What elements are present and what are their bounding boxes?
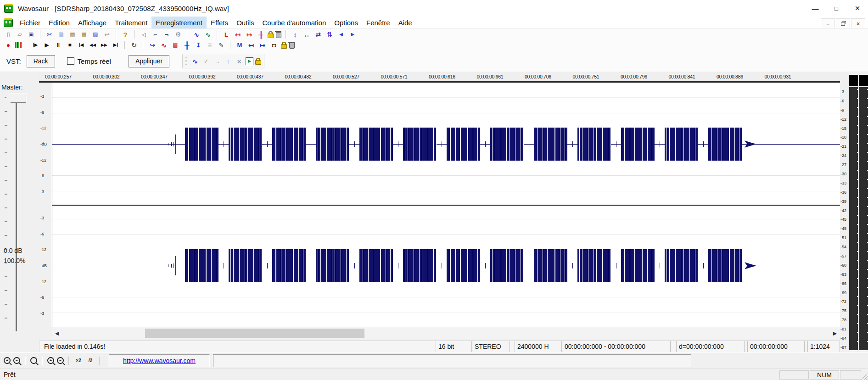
scale-envelope-icon[interactable]: ↕ [224, 56, 233, 66]
speaker-icon[interactable]: ◁ [139, 30, 148, 39]
export-icon[interactable]: ▤ [171, 40, 180, 50]
vst-apply-button[interactable]: Appliquer [129, 55, 169, 67]
play-selection-icon[interactable]: ◘ [269, 40, 279, 50]
menu-item[interactable]: Effets [207, 17, 232, 28]
vst-rack-button[interactable]: Rack [27, 55, 55, 67]
close-window-icon[interactable]: × [847, 0, 868, 17]
scroll-right-icon[interactable]: ▶ [830, 328, 840, 339]
meter-db-label: -69 [840, 290, 848, 296]
marker-next-icon[interactable]: ↦ [258, 40, 267, 50]
open-file-icon[interactable]: ▱ [15, 30, 24, 39]
loop-points-icon[interactable]: ╫ [256, 30, 265, 39]
zoom-in-icon[interactable]: + [4, 357, 11, 364]
envelope-icon[interactable]: ∿ [190, 56, 200, 66]
play-from-cursor-icon[interactable]: |▶ [31, 40, 40, 50]
waveform-canvas[interactable] [52, 83, 840, 327]
statistics-icon[interactable]: ∿ [159, 40, 168, 50]
menu-item[interactable]: Fichier [16, 17, 45, 28]
trash-icon[interactable] [276, 32, 281, 38]
crop-icon[interactable]: ▨ [91, 30, 100, 39]
marker-prev-icon[interactable]: ↤ [246, 40, 256, 50]
zoom-half-icon[interactable]: /2 [86, 356, 95, 365]
rewind-icon[interactable]: ◀◀ [88, 40, 97, 50]
marker-right-icon[interactable]: ↦ [245, 30, 254, 39]
filter-icon[interactable]: ╫ [182, 40, 191, 50]
maximize-window-icon[interactable]: □ [826, 0, 847, 17]
wavosaur-link[interactable]: http://www.wavosaur.com [123, 357, 196, 364]
copy-icon[interactable]: ▥ [56, 30, 66, 39]
paste-icon[interactable]: ▦ [68, 30, 77, 39]
menu-item[interactable]: Aide [394, 17, 416, 28]
lock3-icon[interactable] [255, 60, 261, 65]
marker-left-icon[interactable]: ↤ [233, 30, 242, 39]
master-fader-track[interactable] [16, 93, 17, 331]
swap-channels-icon[interactable]: ⇄ [314, 30, 323, 39]
normalize-icon[interactable]: ↧ [194, 40, 203, 50]
zoom-in-vertical-icon[interactable]: + [47, 357, 54, 364]
stop-icon[interactable]: ■ [65, 40, 74, 50]
lock-icon[interactable] [268, 34, 274, 38]
trash2-icon[interactable] [289, 43, 295, 49]
menu-item[interactable]: Outils [232, 17, 258, 28]
play-envelope-icon[interactable]: ▶ [246, 57, 253, 65]
mdi-restore-icon[interactable] [836, 18, 850, 29]
resize-grip[interactable] [861, 373, 868, 380]
clear-envelope-icon[interactable]: × [235, 56, 244, 66]
pause-icon[interactable]: ‖ [54, 40, 63, 50]
next-view-icon[interactable]: ▶ [348, 30, 357, 39]
menu-item[interactable]: Traitement [111, 17, 151, 28]
menu-item[interactable]: Options [330, 17, 362, 28]
db-scale-label: -6 [39, 173, 51, 178]
waveform-element [442, 263, 442, 268]
go-end-icon[interactable]: ▶| [111, 40, 120, 50]
insert-waveform-icon[interactable]: ∿ [192, 30, 201, 39]
node-unlink-icon[interactable]: ¬ [162, 30, 171, 39]
scrollbar-thumb[interactable] [145, 329, 364, 338]
lock2-icon[interactable] [281, 44, 287, 49]
mdi-minimize-icon[interactable]: – [821, 18, 835, 29]
record-icon[interactable]: ● [4, 40, 13, 50]
minimize-window-icon[interactable]: — [805, 0, 826, 17]
undo-icon[interactable]: ↩ [102, 30, 112, 39]
fit-view-icon[interactable]: ⇅ [325, 30, 334, 39]
scroll-left-icon[interactable]: ◀ [52, 328, 62, 339]
zoom-vertical-icon[interactable]: ↕ [291, 30, 300, 39]
toolbar-grip[interactable] [185, 57, 187, 65]
time-ruler[interactable]: 00:00:00:25700:00:00:30200:00:00:34700:0… [39, 72, 846, 83]
horizontal-scrollbar[interactable]: ◀ ▶ [52, 328, 840, 339]
menu-item[interactable]: Fenêtre [362, 17, 394, 28]
marker-m-icon[interactable]: M [235, 40, 244, 50]
prev-view-icon[interactable]: ◀ [336, 30, 346, 39]
copy-to-new-icon[interactable]: ↪ [148, 40, 157, 50]
menu-item[interactable]: Affichage [74, 17, 111, 28]
zoom-out-vertical-icon[interactable]: − [57, 357, 64, 364]
record-waveform-icon[interactable]: ∿ [203, 30, 213, 39]
node-link-icon[interactable]: ⌐ [151, 30, 160, 39]
realtime-checkbox[interactable] [67, 57, 74, 65]
save-icon[interactable]: ▣ [27, 30, 36, 39]
zoom-horizontal-icon[interactable]: ↔ [302, 30, 311, 39]
go-start-icon[interactable]: |◀ [77, 40, 86, 50]
zoom-out-icon[interactable]: − [13, 357, 20, 364]
wrench-icon[interactable]: ⚙ [174, 30, 183, 39]
markers-list-icon[interactable]: ≡ [205, 40, 214, 50]
mdi-close-icon[interactable]: × [851, 18, 865, 29]
menu-item[interactable]: Courbe d'automation [258, 17, 330, 28]
menu-item[interactable]: Enregistrement [151, 17, 207, 28]
master-fader-thumb[interactable] [6, 93, 26, 103]
cut-icon[interactable]: ✂ [45, 30, 54, 39]
forward-icon[interactable]: ▶▶ [100, 40, 109, 50]
pencil-icon[interactable]: ✎ [217, 40, 226, 50]
apply-envelope-icon[interactable]: ✓ [202, 56, 211, 66]
zoom-selection-icon[interactable]: _ [30, 357, 37, 364]
loop-start-icon[interactable]: L [222, 30, 231, 39]
monitor-icon[interactable] [15, 42, 22, 48]
zoom-x2-icon[interactable]: ×2 [74, 356, 83, 365]
menu-item[interactable]: Edition [45, 17, 74, 28]
help-icon[interactable]: ? [121, 30, 130, 39]
paste-special-icon[interactable]: ▩ [79, 30, 89, 39]
play-icon[interactable]: ▶ [42, 40, 51, 50]
loop-mode-icon[interactable]: ↻ [129, 40, 139, 50]
new-file-icon[interactable]: ▯ [4, 30, 13, 39]
interpolate-icon[interactable]: → [213, 56, 222, 66]
